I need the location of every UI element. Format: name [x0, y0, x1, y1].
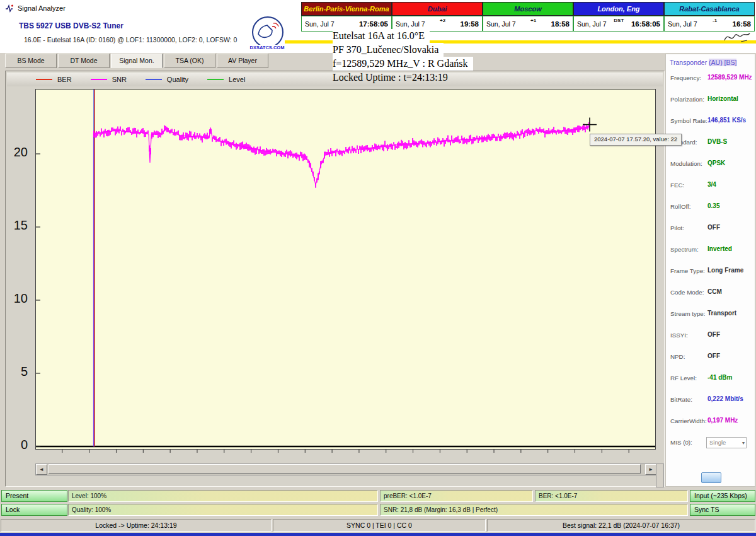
transponder-value: 0,222 Mbit/s: [707, 395, 743, 402]
tab-dt-mode[interactable]: DT Mode: [58, 54, 110, 68]
mode-tabs: BS Mode DT Mode Signal Mon. TSA (OK) AV …: [5, 54, 268, 68]
transponder-label: Polarization:: [670, 96, 704, 103]
tab-bs-mode[interactable]: BS Mode: [5, 54, 57, 68]
clock-city-4: Rabat-Casablanca: [664, 2, 755, 16]
panel-action-button[interactable]: [701, 472, 721, 483]
transponder-value: 3/4: [707, 181, 716, 188]
signal-plot[interactable]: [35, 89, 656, 458]
clock-date: Sun, Jul 7: [305, 20, 335, 28]
clock-date: Sun, Jul 7: [396, 20, 425, 28]
transponder-label: RollOff:: [670, 203, 691, 210]
transponder-value: Inverted: [707, 245, 732, 252]
logo-text: DXSATCS.COM: [247, 45, 287, 50]
clock-city-3: London, Eng: [573, 2, 664, 16]
transponder-value: 0.35: [707, 202, 719, 209]
snr-meter: SNR: 21,8 dB (Margin: 16,3 dB | Perfect): [380, 504, 688, 516]
transponder-value: Transport: [707, 310, 736, 317]
clock-utc-offset: -1: [713, 18, 717, 23]
transponder-label: Modulation:: [670, 160, 702, 167]
transponder-row-issyi: ISSYI:OFF: [666, 332, 755, 351]
transponder-label: Frequency:: [670, 74, 701, 81]
transponder-value: 146,851 KS/s: [707, 117, 746, 124]
legend-label: SNR: [112, 76, 127, 83]
legend-label: BER: [57, 76, 72, 83]
transponder-row-fec: FEC:3/4: [666, 182, 755, 201]
transponder-label: Stream type:: [670, 310, 706, 317]
lock-indicator: Lock: [1, 504, 67, 516]
clock-date: Sun, Jul 7: [486, 20, 516, 28]
transponder-label: Symbol Rate:: [670, 117, 707, 124]
mis-dropdown[interactable]: Single▾: [706, 437, 747, 448]
scrollbar-track[interactable]: [47, 464, 645, 474]
transponder-label: RF Level:: [670, 375, 697, 382]
status-best-signal: Best signal: 22,1 dB (2024-07-07 16:37): [487, 519, 755, 532]
transponder-panel: Transponder (AU) [BS] Frequency:12589,52…: [665, 54, 755, 487]
transponder-title: Transponder: [670, 59, 707, 66]
clock-value: 17:58:05: [359, 20, 388, 28]
legend-item-ber: BER: [36, 76, 72, 83]
tab-tsa[interactable]: TSA (OK): [164, 54, 215, 68]
transponder-row-spectrum: Spectrum:Inverted: [666, 246, 755, 265]
tab-signal-mon[interactable]: Signal Mon.: [111, 54, 163, 68]
tuner-title: TBS 5927 USB DVB-S2 Tuner: [19, 21, 123, 30]
preber-meter: preBER: <1.0E-7: [380, 490, 533, 502]
transponder-label: CarrierWidth:: [670, 417, 707, 424]
y-axis-label: 10: [9, 291, 28, 306]
chevron-down-icon: ▾: [742, 438, 745, 448]
y-axis-label: 20: [9, 145, 28, 160]
satellite-dish-icon: [253, 18, 280, 44]
scroll-left-button[interactable]: ◄: [36, 464, 47, 475]
transponder-value: DVB-S: [707, 138, 727, 145]
clock-time-4: Sun, Jul 7-116:58: [664, 16, 755, 32]
overlay-line-2: PF 370_Lučenec/Slovakia: [333, 43, 444, 57]
mis-dropdown-value: Single: [709, 439, 726, 446]
clock-utc-offset: DST: [614, 18, 624, 23]
dxsatcs-logo: DXSATCS.COM: [251, 16, 285, 52]
y-axis-label: 5: [9, 364, 28, 379]
transponder-row-carrierwidth: CarrierWidth:0,197 MHz: [666, 417, 755, 436]
transponder-row-code-mode: Code Mode:CCM: [666, 289, 755, 308]
horizontal-scrollbar[interactable]: ◄ ►: [35, 463, 657, 475]
transponder-value: QPSK: [707, 160, 725, 166]
transponder-row-mis-0: MIS (0):Single▾: [666, 439, 755, 458]
transponder-header: Transponder (AU) [BS]: [670, 59, 736, 66]
clock-city-0: Berlin-Paris-Vienna-Roma: [301, 2, 392, 16]
y-axis-label: 0: [9, 438, 28, 452]
legend-label: Level: [229, 76, 245, 83]
transponder-row-npd: NPD:OFF: [666, 353, 755, 372]
legend-line: [36, 79, 52, 80]
vertical-scrollbar[interactable]: [656, 463, 664, 487]
overlay-line-4: Locked Uptime : t=24:13:19: [333, 71, 453, 84]
legend-label: Quality: [167, 76, 188, 83]
clock-utc-offset: +2: [440, 18, 445, 23]
transponder-value: 12589,529 MHz: [707, 74, 752, 81]
transponder-label: NPD:: [670, 353, 685, 360]
legend-line: [91, 79, 107, 80]
transponder-row-frequency: Frequency:12589,529 MHz: [666, 74, 755, 93]
tuner-subtitle: 16.0E - Eutelsat 16A (ID: 0160) @ LOF1: …: [24, 36, 237, 44]
tab-av-player[interactable]: AV Player: [217, 54, 268, 68]
transponder-row-stream-type: Stream type:Transport: [666, 310, 755, 329]
clock-time-2: Sun, Jul 7+118:58: [483, 16, 573, 32]
scroll-right-button[interactable]: ►: [645, 464, 656, 475]
transponder-label: ISSYI:: [670, 332, 688, 339]
transponder-row-bitrate: BitRate:0,222 Mbit/s: [666, 396, 755, 415]
transponder-value: OFF: [707, 224, 720, 231]
clock-utc-offset: +1: [530, 18, 536, 23]
transponder-label: Frame Type:: [670, 267, 705, 274]
legend-item-level: Level: [207, 76, 245, 83]
transponder-row-rolloff: RollOff:0.35: [666, 203, 755, 222]
ber-meter: BER: <1.0E-7: [535, 490, 688, 502]
legend-line: [146, 79, 162, 80]
signature-icon: [723, 30, 751, 44]
clock-date: Sun, Jul 7: [668, 20, 697, 28]
transponder-label: Spectrum:: [670, 246, 699, 253]
bottom-border-strip: [0, 533, 756, 536]
transponder-value: 0,197 MHz: [707, 417, 738, 424]
scrollbar-thumb[interactable]: [49, 464, 641, 474]
status-bar: Locked -> Uptime: 24:13:19 SYNC 0 | TEI …: [0, 518, 756, 532]
quality-meter: Quality: 100%: [68, 504, 378, 516]
overlay-line-1: Eutelsat 16A at 16.0°E: [333, 29, 430, 43]
transponder-value: OFF: [707, 352, 720, 359]
transponder-value: CCM: [707, 288, 722, 295]
